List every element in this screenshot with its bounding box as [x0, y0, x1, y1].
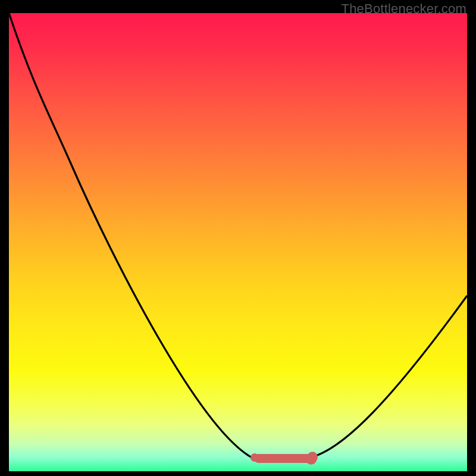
bottleneck-curve: [9, 13, 467, 458]
curve-layer: [9, 13, 467, 471]
plot-area: [9, 13, 467, 471]
optimum-band: [254, 454, 311, 463]
chart-root: TheBottlenecker.com: [0, 0, 476, 476]
optimum-start-dot: [250, 453, 259, 462]
